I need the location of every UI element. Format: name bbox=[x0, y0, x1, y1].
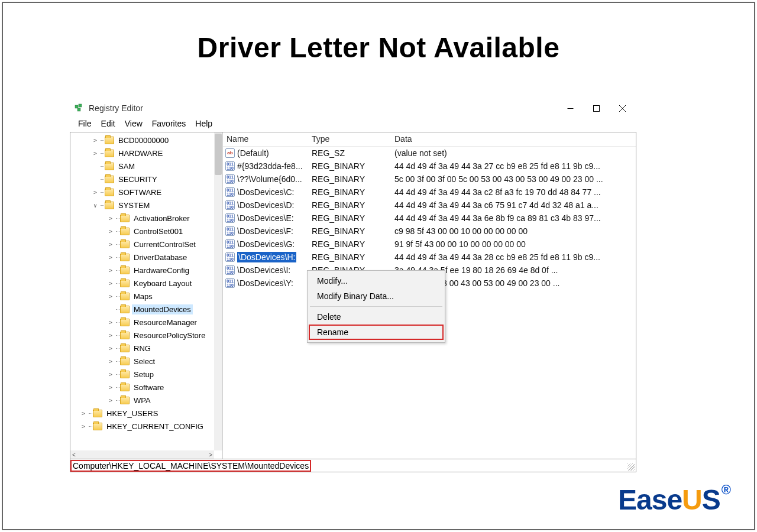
tree-item-maps[interactable]: >Maps bbox=[70, 290, 214, 303]
tree-item-label: WPA bbox=[132, 395, 153, 406]
menu-edit[interactable]: Edit bbox=[98, 119, 119, 128]
menu-favorites[interactable]: Favorites bbox=[148, 119, 190, 128]
col-name[interactable]: Name bbox=[223, 132, 308, 146]
binary-value-icon: 011110 bbox=[225, 200, 235, 210]
resize-grip-icon[interactable] bbox=[627, 463, 635, 471]
value-type: REG_BINARY bbox=[308, 239, 391, 249]
tree-item-security[interactable]: SECURITY bbox=[70, 173, 214, 186]
chevron-right-icon[interactable]: > bbox=[90, 189, 100, 196]
tree-item-controlset001[interactable]: >ControlSet001 bbox=[70, 225, 214, 238]
tree-item-bcd00000000[interactable]: >BCD00000000 bbox=[70, 134, 214, 147]
tree-item-driverdatabase[interactable]: >DriverDatabase bbox=[70, 251, 214, 264]
chevron-right-icon[interactable]: > bbox=[106, 371, 115, 378]
folder-icon bbox=[120, 319, 130, 326]
col-data[interactable]: Data bbox=[391, 132, 636, 146]
tree-item-activationbroker[interactable]: >ActivationBroker bbox=[70, 212, 214, 225]
titlebar: Registry Editor bbox=[70, 99, 638, 117]
tree-item-software[interactable]: >SOFTWARE bbox=[70, 186, 214, 199]
tree-item-label: SYSTEM bbox=[117, 200, 151, 210]
value-row[interactable]: 011110\DosDevices\H:REG_BINARY44 4d 49 4… bbox=[223, 251, 636, 264]
menu-modify[interactable]: Modify... bbox=[309, 273, 444, 288]
binary-value-icon: 011110 bbox=[225, 187, 235, 197]
tree-item-hkey-current-config[interactable]: >HKEY_CURRENT_CONFIG bbox=[70, 420, 214, 433]
tree-item-hkey-users[interactable]: >HKEY_USERS bbox=[70, 407, 214, 420]
chevron-down-icon[interactable]: ∨ bbox=[90, 202, 100, 209]
status-path: Computer\HKEY_LOCAL_MACHINE\SYSTEM\Mount… bbox=[70, 460, 311, 472]
chevron-right-icon[interactable]: > bbox=[106, 397, 115, 404]
list-header[interactable]: Name Type Data bbox=[223, 132, 636, 147]
chevron-right-icon[interactable]: > bbox=[106, 228, 115, 235]
binary-value-icon: 011110 bbox=[225, 213, 235, 223]
chevron-right-icon[interactable]: > bbox=[79, 423, 88, 430]
tree-item-setup[interactable]: >Setup bbox=[70, 368, 214, 381]
page-title: Driver Letter Not Available bbox=[3, 31, 754, 64]
tree-item-resourcemanager[interactable]: >ResourceManager bbox=[70, 316, 214, 329]
value-name: \DosDevices\D: bbox=[237, 200, 294, 210]
tree-item-rng[interactable]: >RNG bbox=[70, 342, 214, 355]
value-name: \DosDevices\C: bbox=[237, 187, 294, 197]
value-name: (Default) bbox=[237, 148, 269, 158]
value-name: \DosDevices\I: bbox=[237, 265, 290, 275]
chevron-right-icon[interactable]: > bbox=[106, 280, 115, 287]
tree-item-mounteddevices[interactable]: MountedDevices bbox=[70, 303, 214, 316]
menu-modify-binary[interactable]: Modify Binary Data... bbox=[309, 288, 444, 304]
tree-item-label: SECURITY bbox=[117, 174, 159, 184]
value-row[interactable]: 011110\DosDevices\C:REG_BINARY44 4d 49 4… bbox=[223, 186, 636, 199]
menu-rename[interactable]: Rename bbox=[309, 325, 444, 340]
chevron-right-icon[interactable]: > bbox=[106, 345, 115, 352]
chevron-right-icon[interactable]: > bbox=[106, 332, 115, 339]
folder-icon bbox=[120, 267, 130, 274]
minimize-button[interactable] bbox=[557, 100, 583, 116]
menu-delete[interactable]: Delete bbox=[309, 309, 444, 325]
chevron-right-icon[interactable]: > bbox=[106, 241, 115, 248]
value-row[interactable]: 011110\??\Volume{6d0...REG_BINARY5c 00 3… bbox=[223, 173, 636, 186]
tree-item-label: SOFTWARE bbox=[117, 187, 163, 197]
chevron-right-icon[interactable]: > bbox=[106, 293, 115, 300]
close-button[interactable] bbox=[609, 100, 635, 116]
chevron-right-icon[interactable]: > bbox=[90, 137, 100, 144]
tree-item-software[interactable]: >Software bbox=[70, 381, 214, 394]
tree-item-select[interactable]: >Select bbox=[70, 355, 214, 368]
tree-item-hardware[interactable]: >HARDWARE bbox=[70, 147, 214, 160]
chevron-right-icon[interactable]: > bbox=[106, 358, 115, 365]
tree-item-label: ControlSet001 bbox=[132, 226, 185, 236]
tree-horizontal-scrollbar[interactable]: <> bbox=[70, 450, 214, 459]
value-row[interactable]: 011110\DosDevices\E:REG_BINARY44 4d 49 4… bbox=[223, 212, 636, 225]
maximize-button[interactable] bbox=[583, 100, 609, 116]
chevron-right-icon[interactable]: > bbox=[90, 150, 100, 157]
folder-icon bbox=[93, 423, 102, 430]
chevron-right-icon[interactable]: > bbox=[79, 410, 88, 417]
tree-item-system[interactable]: ∨SYSTEM bbox=[70, 199, 214, 212]
chevron-right-icon[interactable]: > bbox=[106, 319, 115, 326]
value-data: c9 98 5f 43 00 00 10 00 00 00 00 00 bbox=[391, 226, 636, 236]
tree-item-currentcontrolset[interactable]: >CurrentControlSet bbox=[70, 238, 214, 251]
menu-separator bbox=[310, 306, 442, 307]
value-data: 5c 00 3f 00 3f 00 5c 00 53 00 43 00 53 0… bbox=[391, 174, 636, 184]
value-row[interactable]: 011110#{93d23dda-fe8...REG_BINARY44 4d 4… bbox=[223, 160, 636, 173]
folder-icon bbox=[120, 397, 130, 404]
chevron-right-icon[interactable]: > bbox=[106, 267, 115, 274]
menu-file[interactable]: File bbox=[75, 119, 95, 128]
value-row[interactable]: 011110\DosDevices\D:REG_BINARY44 4d 49 4… bbox=[223, 199, 636, 212]
tree-item-sam[interactable]: SAM bbox=[70, 160, 214, 173]
tree-item-resourcepolicystore[interactable]: >ResourcePolicyStore bbox=[70, 329, 214, 342]
folder-icon bbox=[120, 306, 130, 313]
binary-value-icon: 011110 bbox=[225, 239, 235, 249]
value-type: REG_SZ bbox=[308, 148, 391, 158]
chevron-right-icon[interactable]: > bbox=[106, 215, 115, 222]
tree-item-hardwareconfig[interactable]: >HardwareConfig bbox=[70, 264, 214, 277]
folder-icon bbox=[105, 189, 114, 196]
col-type[interactable]: Type bbox=[308, 132, 391, 146]
tree-item-wpa[interactable]: >WPA bbox=[70, 394, 214, 407]
value-row[interactable]: 011110\DosDevices\F:REG_BINARYc9 98 5f 4… bbox=[223, 225, 636, 238]
chevron-right-icon[interactable]: > bbox=[106, 254, 115, 261]
tree-item-keyboard-layout[interactable]: >Keyboard Layout bbox=[70, 277, 214, 290]
value-row[interactable]: 011110\DosDevices\G:REG_BINARY91 9f 5f 4… bbox=[223, 238, 636, 251]
value-row[interactable]: ab(Default)REG_SZ(value not set) bbox=[223, 147, 636, 160]
chevron-right-icon[interactable]: > bbox=[106, 384, 115, 391]
tree-item-label: Software bbox=[132, 382, 166, 392]
menu-view[interactable]: View bbox=[121, 119, 146, 128]
tree-vertical-scrollbar[interactable] bbox=[214, 132, 222, 450]
value-data: 44 4d 49 4f 3a 49 44 3a 28 cc b9 e8 25 f… bbox=[391, 252, 636, 262]
menu-help[interactable]: Help bbox=[192, 119, 216, 128]
